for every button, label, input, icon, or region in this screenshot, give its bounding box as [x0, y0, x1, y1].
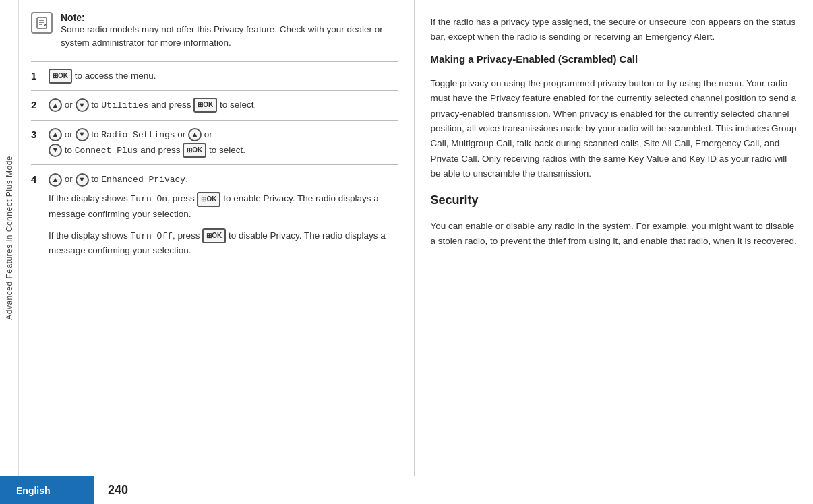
sidebar: Advanced Features in Connect Plus Mode: [0, 0, 19, 476]
svg-rect-0: [37, 18, 47, 28]
ok-button-icon-2: ⊞OK: [193, 98, 217, 113]
step-4-sub1: If the display shows Turn On, press ⊞OK …: [49, 191, 398, 221]
turn-off-mono: Turn Off: [131, 231, 173, 241]
step-2: 2 ▲ or ▼ to Utilities and press ⊞OK to s…: [31, 90, 398, 120]
step-2-num: 2: [31, 98, 43, 111]
note-box: Note: Some radio models may not offer th…: [31, 12, 398, 51]
and-press-3: and press: [140, 145, 183, 155]
or-text-4: or: [65, 174, 76, 184]
step-2-content: ▲ or ▼ to Utilities and press ⊞OK to sel…: [49, 98, 398, 113]
ok-button-icon-4b: ⊞OK: [202, 228, 226, 243]
arrow-up-icon-4a: ▲: [49, 173, 62, 187]
to-text-3a: to: [91, 129, 101, 139]
step-2-end: to select.: [220, 100, 256, 110]
note-content: Note: Some radio models may not offer th…: [61, 12, 398, 51]
ok-button-icon-1: ⊞OK: [49, 69, 72, 84]
step-1: 1 ⊞OK to access the menu.: [31, 61, 398, 90]
step-4-num: 4: [31, 172, 43, 185]
ok-button-icon-3: ⊞OK: [183, 143, 206, 158]
arrow-up-icon-2a: ▲: [49, 98, 62, 112]
and-press-2: and press: [151, 100, 193, 110]
section2-body: You can enable or disable any radio in t…: [431, 219, 797, 249]
page-number: 240: [94, 476, 142, 504]
note-body: Some radio models may not offer this Pri…: [61, 23, 398, 51]
arrow-down-icon-3b: ▼: [76, 128, 89, 141]
step-3-end: to select.: [209, 145, 245, 155]
step-4-mono: Enhanced Privacy: [101, 175, 185, 185]
step-2-mono: Utilities: [101, 100, 148, 111]
arrow-down-icon-3d: ▼: [49, 144, 62, 157]
left-column: Note: Some radio models may not offer th…: [19, 0, 415, 476]
section1-heading: Making a Privacy-Enabled (Scrambled) Cal…: [431, 53, 797, 69]
ok-button-icon-4a: ⊞OK: [197, 192, 220, 207]
step-1-text: to access the menu.: [75, 71, 156, 81]
arrow-up-icon-3a: ▲: [49, 128, 62, 141]
to-text-4: to: [91, 174, 101, 184]
right-intro: If the radio has a privacy type assigned…: [431, 12, 797, 44]
section2-heading: Security: [431, 193, 797, 212]
step-4-sub2: If the display shows Turn Off, press ⊞OK…: [49, 228, 398, 258]
arrow-down-icon-2b: ▼: [76, 98, 89, 112]
or-text-3b: or: [177, 129, 188, 139]
step-4-content: ▲ or ▼ to Enhanced Privacy.: [49, 172, 398, 187]
arrow-up-icon-3c: ▲: [188, 128, 202, 141]
step-3-mono2: Connect Plus: [75, 146, 138, 156]
note-title: Note:: [61, 12, 85, 23]
main-wrapper: Advanced Features in Connect Plus Mode N: [0, 0, 813, 476]
to-text-2: to: [91, 100, 101, 110]
bottom-bar: English 240: [0, 476, 813, 504]
right-column: If the radio has a privacy type assigned…: [415, 0, 814, 476]
turn-on-mono: Turn On: [131, 194, 168, 204]
step-3-mono1: Radio Settings: [101, 130, 175, 140]
step-1-content: ⊞OK to access the menu.: [49, 69, 398, 84]
to-text-3b: to: [65, 145, 75, 155]
step-4: 4 ▲ or ▼ to Enhanced Privacy. If the dis…: [31, 164, 398, 265]
note-icon: [31, 12, 53, 34]
sidebar-label: Advanced Features in Connect Plus Mode: [5, 156, 14, 320]
step-1-num: 1: [31, 69, 43, 82]
or-text-2: or: [65, 100, 76, 110]
arrow-down-icon-4b: ▼: [76, 173, 89, 187]
step-3-content: ▲ or ▼ to Radio Settings or ▲ or ▼ to Co…: [49, 127, 398, 158]
or-text-3c: or: [204, 129, 212, 139]
or-text-3a: or: [65, 129, 76, 139]
content-area: Note: Some radio models may not offer th…: [19, 0, 813, 476]
step-3-num: 3: [31, 127, 43, 140]
language-label: English: [0, 476, 94, 504]
section1-body: Toggle privacy on using the programmed p…: [431, 76, 797, 181]
step-3: 3 ▲ or ▼ to Radio Settings or ▲ or ▼ to: [31, 120, 398, 165]
